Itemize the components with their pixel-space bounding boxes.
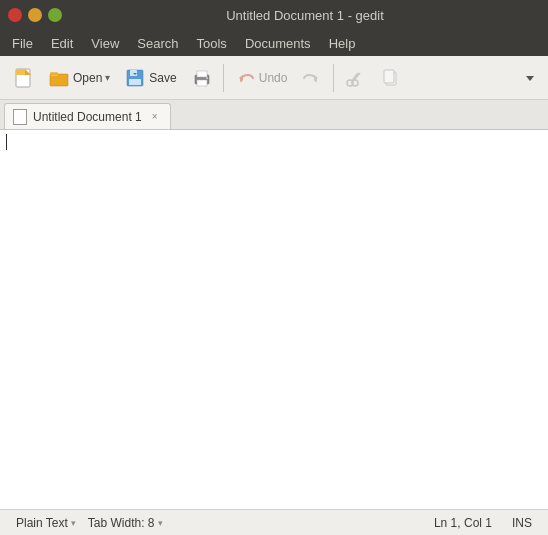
tab-document-icon bbox=[13, 109, 27, 125]
menu-view[interactable]: View bbox=[83, 34, 127, 53]
svg-point-13 bbox=[206, 77, 208, 79]
cut-button[interactable] bbox=[338, 63, 372, 93]
insert-mode: INS bbox=[506, 514, 538, 532]
position-label: Ln 1, Col 1 bbox=[434, 516, 492, 530]
toolbar-separator-1 bbox=[223, 64, 224, 92]
menu-tools[interactable]: Tools bbox=[189, 34, 235, 53]
close-button[interactable] bbox=[8, 8, 22, 22]
maximize-button[interactable] bbox=[48, 8, 62, 22]
svg-rect-8 bbox=[129, 79, 141, 85]
open-dropdown-icon: ▾ bbox=[105, 72, 110, 83]
tab-close-button[interactable]: × bbox=[148, 110, 162, 124]
tab-width-selector[interactable]: Tab Width: 8 ▾ bbox=[82, 514, 169, 532]
editor-area[interactable] bbox=[0, 130, 548, 509]
text-cursor bbox=[6, 134, 7, 150]
open-label: Open bbox=[73, 71, 102, 85]
svg-rect-1 bbox=[16, 69, 25, 75]
menu-edit[interactable]: Edit bbox=[43, 34, 81, 53]
language-label: Plain Text bbox=[16, 516, 68, 530]
tab-width-label: Tab Width: 8 bbox=[88, 516, 155, 530]
undo-icon bbox=[234, 67, 256, 89]
scissors-icon bbox=[344, 67, 366, 89]
cursor-position: Ln 1, Col 1 bbox=[428, 514, 498, 532]
document-tab[interactable]: Untitled Document 1 × bbox=[4, 103, 171, 129]
tab-title: Untitled Document 1 bbox=[33, 110, 142, 124]
new-button[interactable] bbox=[6, 63, 40, 93]
open-icon bbox=[48, 67, 70, 89]
menu-bar: File Edit View Search Tools Documents He… bbox=[0, 30, 548, 56]
tab-width-dropdown-icon: ▾ bbox=[158, 518, 163, 528]
menu-search[interactable]: Search bbox=[129, 34, 186, 53]
toolbar-separator-2 bbox=[333, 64, 334, 92]
undo-label: Undo bbox=[259, 71, 288, 85]
save-icon bbox=[124, 67, 146, 89]
more-icon bbox=[524, 67, 536, 89]
redo-button[interactable] bbox=[295, 63, 329, 93]
save-button[interactable]: Save bbox=[118, 63, 182, 93]
print-button[interactable] bbox=[185, 63, 219, 93]
save-label: Save bbox=[149, 71, 176, 85]
svg-rect-11 bbox=[197, 71, 207, 77]
menu-documents[interactable]: Documents bbox=[237, 34, 319, 53]
insert-mode-label: INS bbox=[512, 516, 532, 530]
language-dropdown-icon: ▾ bbox=[71, 518, 76, 528]
print-icon bbox=[191, 67, 213, 89]
open-button[interactable]: Open ▾ bbox=[42, 63, 116, 93]
tab-bar: Untitled Document 1 × bbox=[0, 100, 548, 130]
window-title: Untitled Document 1 - gedit bbox=[70, 8, 540, 23]
language-selector[interactable]: Plain Text ▾ bbox=[10, 514, 82, 532]
status-bar: Plain Text ▾ Tab Width: 8 ▾ Ln 1, Col 1 … bbox=[0, 509, 548, 535]
undo-button[interactable]: Undo bbox=[228, 63, 294, 93]
svg-rect-21 bbox=[384, 70, 394, 83]
copy-icon bbox=[380, 67, 402, 89]
copy-button[interactable] bbox=[374, 63, 408, 93]
more-button[interactable] bbox=[518, 63, 542, 93]
toolbar: Open ▾ Save bbox=[0, 56, 548, 100]
redo-icon bbox=[301, 67, 323, 89]
svg-marker-22 bbox=[526, 76, 534, 81]
menu-help[interactable]: Help bbox=[321, 34, 364, 53]
window-controls bbox=[8, 8, 62, 22]
title-bar: Untitled Document 1 - gedit bbox=[0, 0, 548, 30]
menu-file[interactable]: File bbox=[4, 34, 41, 53]
svg-rect-12 bbox=[197, 80, 207, 86]
new-icon bbox=[12, 67, 34, 89]
minimize-button[interactable] bbox=[28, 8, 42, 22]
